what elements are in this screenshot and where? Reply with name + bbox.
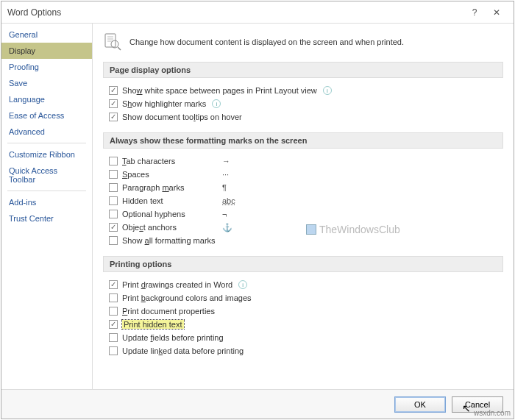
option-row: Print hidden text <box>109 318 503 331</box>
option-row: Print background colors and images <box>109 291 503 305</box>
cancel-button[interactable]: Cancel <box>452 396 503 413</box>
checkbox[interactable] <box>109 293 118 302</box>
checkbox[interactable] <box>109 307 118 316</box>
option-row: Print document properties <box>109 305 503 318</box>
intro: Change how document content is displayed… <box>103 32 503 51</box>
option-label: Show highlighter marks <box>122 99 206 108</box>
checkbox[interactable] <box>109 333 118 342</box>
option-row: Paragraph marks¶ <box>109 181 503 194</box>
option-label: Update linked data before printing <box>122 346 244 355</box>
formatting-symbol: ¬ <box>222 210 227 218</box>
checkbox[interactable] <box>109 170 118 179</box>
option-label: Hidden text <box>122 196 163 205</box>
option-label: Print hidden text <box>122 320 184 329</box>
option-row: Optional hyphens¬ <box>109 207 503 221</box>
checkbox[interactable] <box>109 157 118 165</box>
ok-button[interactable]: OK <box>394 396 446 413</box>
checkbox[interactable] <box>109 113 118 121</box>
checkbox[interactable] <box>109 320 118 329</box>
option-label: Show white space between pages in Print … <box>122 86 317 95</box>
checkbox[interactable] <box>109 99 118 108</box>
formatting-symbol: ¶ <box>222 183 227 192</box>
intro-text: Change how document content is displayed… <box>129 38 404 46</box>
option-row: Hidden textabc <box>109 194 503 207</box>
option-row: Update fields before printing <box>109 331 503 344</box>
option-label: Optional hyphens <box>122 210 185 218</box>
option-row: Object anchors⚓ <box>109 221 503 234</box>
checkbox[interactable] <box>109 346 118 355</box>
checkbox[interactable] <box>109 86 118 95</box>
option-label: Spaces <box>122 170 149 179</box>
checkbox[interactable] <box>109 183 118 192</box>
sidebar-item-ease-of-access[interactable]: Ease of Access <box>1 107 92 124</box>
formatting-symbol: ··· <box>222 170 229 179</box>
svg-line-5 <box>118 47 121 50</box>
formatting-symbol: → <box>222 157 230 165</box>
section-page-display: Page display options <box>103 62 503 78</box>
sidebar-item-save[interactable]: Save <box>1 75 92 91</box>
sidebar: General Display Proofing Save Language E… <box>1 24 93 389</box>
option-row: Spaces··· <box>109 168 503 181</box>
checkbox[interactable] <box>109 280 118 289</box>
sidebar-item-language[interactable]: Language <box>1 91 92 107</box>
info-icon[interactable]: i <box>212 99 221 108</box>
sidebar-item-quick-access-toolbar[interactable]: Quick Access Toolbar <box>1 163 92 188</box>
formatting-symbol: ⚓ <box>222 223 232 232</box>
sidebar-item-proofing[interactable]: Proofing <box>1 59 92 75</box>
option-row: Update linked data before printing <box>109 344 503 357</box>
option-row: Show document tooltips on hover <box>109 110 503 124</box>
sidebar-item-display[interactable]: Display <box>1 43 92 59</box>
option-label: Tab characters <box>122 157 175 165</box>
dialog-title: Word Options <box>7 7 464 18</box>
option-label: Print document properties <box>122 307 215 316</box>
option-label: Object anchors <box>122 223 177 232</box>
sidebar-item-customize-ribbon[interactable]: Customize Ribbon <box>1 146 92 163</box>
option-row: Print drawings created in Wordi <box>109 278 503 291</box>
info-icon[interactable]: i <box>323 86 332 95</box>
word-options-dialog: Word Options ? ✕ General Display Proofin… <box>1 1 514 419</box>
option-row: Show highlighter marksi <box>109 97 503 110</box>
option-label: Paragraph marks <box>122 183 184 192</box>
footer: OK Cancel <box>1 389 514 419</box>
option-label: Update fields before printing <box>122 333 224 342</box>
sidebar-item-general[interactable]: General <box>1 26 92 43</box>
checkbox[interactable] <box>109 196 118 205</box>
titlebar: Word Options ? ✕ <box>1 1 514 24</box>
formatting-symbol: abc <box>222 196 235 205</box>
checkbox[interactable] <box>109 236 118 245</box>
document-magnify-icon <box>103 32 122 51</box>
checkbox[interactable] <box>109 223 118 232</box>
section-formatting-marks: Always show these formatting marks on th… <box>103 132 503 149</box>
option-label: Print background colors and images <box>122 293 252 302</box>
option-label: Show document tooltips on hover <box>122 113 242 121</box>
option-row: Show white space between pages in Print … <box>109 84 503 97</box>
section-printing-options: Printing options <box>103 256 503 272</box>
option-row: Show all formatting marks <box>109 234 503 247</box>
info-icon[interactable]: i <box>238 280 247 289</box>
sidebar-item-trust-center[interactable]: Trust Center <box>1 210 92 227</box>
sidebar-item-advanced[interactable]: Advanced <box>1 124 92 140</box>
help-button[interactable]: ? <box>464 7 486 18</box>
checkbox[interactable] <box>109 210 118 218</box>
option-label: Show all formatting marks <box>122 236 216 245</box>
option-label: Print drawings created in Word <box>122 280 232 289</box>
content-pane: Change how document content is displayed… <box>93 24 514 389</box>
sidebar-item-add-ins[interactable]: Add-ins <box>1 194 92 210</box>
option-row: Tab characters→ <box>109 154 503 168</box>
close-button[interactable]: ✕ <box>486 7 508 18</box>
